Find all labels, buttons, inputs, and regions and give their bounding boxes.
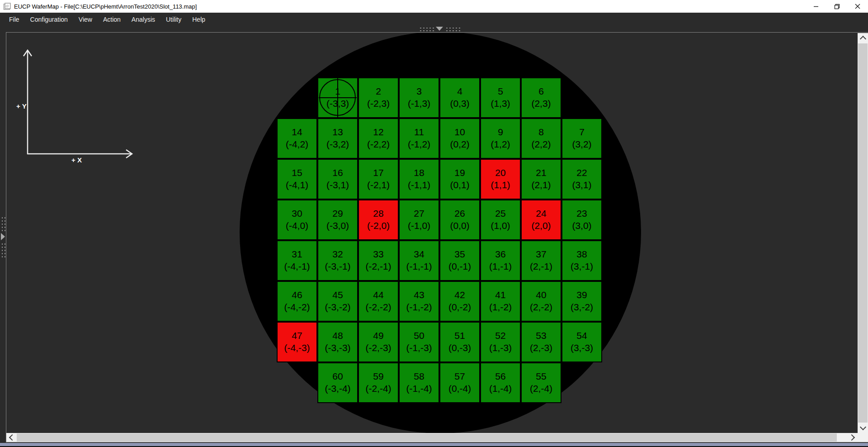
minimize-button[interactable] (806, 0, 826, 13)
die-cell[interactable]: 57(0,-4) (439, 362, 480, 403)
menu-item-utility[interactable]: Utility (160, 13, 187, 26)
die-cell[interactable]: 13(-3,2) (317, 118, 358, 159)
die-coordinates: (-1,-2) (406, 301, 432, 313)
die-cell[interactable]: 9(1,2) (480, 118, 521, 159)
die-cell[interactable]: 28(-2,0) (358, 200, 399, 240)
die-cell[interactable]: 45(-3,-2) (317, 281, 358, 322)
die-cell[interactable]: 24(2,0) (521, 200, 561, 240)
die-number: 55 (536, 370, 546, 382)
die-cell[interactable]: 53(2,-3) (521, 322, 561, 362)
die-number: 35 (454, 248, 465, 260)
die-cell[interactable]: 59(-2,-4) (358, 362, 399, 403)
die-cell[interactable]: 49(-2,-3) (358, 322, 399, 362)
die-cell[interactable]: 12(-2,2) (358, 118, 399, 159)
die-number: 50 (414, 329, 424, 342)
top-splitter-handle[interactable] (418, 26, 461, 32)
die-cell[interactable]: 56(1,-4) (480, 362, 521, 403)
die-coordinates: (-3,2) (326, 138, 349, 150)
die-number: 11 (414, 126, 424, 138)
die-cell[interactable]: 29(-3,0) (317, 200, 358, 240)
scroll-down-button[interactable] (858, 423, 868, 433)
die-coordinates: (0,-4) (448, 382, 471, 395)
die-cell[interactable]: 10(0,2) (439, 118, 480, 159)
die-cell[interactable]: 51(0,-3) (439, 322, 480, 362)
die-cell[interactable]: 47(-4,-3) (277, 322, 317, 362)
die-cell[interactable]: 19(0,1) (439, 159, 480, 200)
die-coordinates: (-1,1) (408, 179, 430, 191)
die-cell[interactable]: 17(-2,1) (358, 159, 399, 200)
die-cell[interactable]: 48(-3,-3) (317, 322, 358, 362)
die-cell[interactable]: 41(1,-2) (480, 281, 521, 322)
menu-item-action[interactable]: Action (98, 13, 126, 26)
die-cell[interactable]: 6(2,3) (521, 77, 561, 118)
die-cell[interactable]: 25(1,0) (480, 200, 521, 240)
menu-item-file[interactable]: File (4, 13, 25, 26)
die-cell[interactable]: 1(-3,3) (317, 77, 358, 118)
scroll-up-button[interactable] (858, 33, 868, 43)
die-cell[interactable]: 3(-1,3) (399, 77, 439, 118)
die-cell[interactable]: 16(-3,1) (317, 159, 358, 200)
die-cell[interactable]: 30(-4,0) (277, 200, 317, 240)
die-cell[interactable]: 54(3,-3) (561, 322, 602, 362)
horizontal-scrollbar-thumb[interactable] (17, 433, 837, 442)
axis-y-label: + Y (16, 102, 27, 110)
die-cell[interactable]: 33(-2,-1) (358, 240, 399, 281)
die-number: 32 (332, 248, 343, 260)
die-cell[interactable]: 26(0,0) (439, 200, 480, 240)
vertical-scrollbar-thumb[interactable] (858, 43, 868, 423)
die-cell[interactable]: 40(2,-2) (521, 281, 561, 322)
restore-button[interactable] (826, 0, 847, 13)
die-cell[interactable]: 37(2,-1) (521, 240, 561, 281)
die-coordinates: (-3,0) (326, 219, 349, 232)
die-cell[interactable]: 55(2,-4) (521, 362, 561, 403)
die-cell[interactable]: 4(0,3) (439, 77, 480, 118)
die-cell[interactable]: 43(-1,-2) (399, 281, 439, 322)
menu-item-help[interactable]: Help (187, 13, 211, 26)
die-cell[interactable]: 46(-4,-2) (277, 281, 317, 322)
die-number: 4 (457, 85, 462, 97)
die-cell[interactable]: 2(-2,3) (358, 77, 399, 118)
die-cell[interactable]: 8(2,2) (521, 118, 561, 159)
die-cell[interactable]: 21(2,1) (521, 159, 561, 200)
die-cell[interactable]: 22(3,1) (561, 159, 602, 200)
die-cell[interactable]: 31(-4,-1) (277, 240, 317, 281)
die-number: 37 (536, 248, 546, 260)
die-cell[interactable]: 38(3,-1) (561, 240, 602, 281)
menu-item-analysis[interactable]: Analysis (126, 13, 160, 26)
die-cell[interactable]: 18(-1,1) (399, 159, 439, 200)
die-cell[interactable]: 58(-1,-4) (399, 362, 439, 403)
die-cell[interactable]: 27(-1,0) (399, 200, 439, 240)
die-number: 34 (414, 248, 424, 260)
menu-item-configuration[interactable]: Configuration (25, 13, 73, 26)
die-cell[interactable]: 7(3,2) (561, 118, 602, 159)
die-number: 52 (495, 329, 505, 342)
scroll-left-button[interactable] (6, 433, 17, 442)
left-splitter-handle[interactable] (0, 216, 6, 257)
horizontal-scrollbar[interactable] (6, 433, 858, 442)
die-cell[interactable]: 15(-4,1) (277, 159, 317, 200)
die-coordinates: (3,1) (572, 179, 591, 191)
die-cell[interactable]: 32(-3,-1) (317, 240, 358, 281)
die-cell[interactable]: 20(1,1) (480, 159, 521, 200)
close-button[interactable] (847, 0, 868, 13)
scroll-right-button[interactable] (847, 433, 858, 442)
die-cell[interactable]: 11(-1,2) (399, 118, 439, 159)
die-cell[interactable]: 60(-3,-4) (317, 362, 358, 403)
taskbar-edge (0, 443, 868, 446)
vertical-scrollbar[interactable] (858, 33, 868, 442)
die-cell[interactable]: 52(1,-3) (480, 322, 521, 362)
die-cell[interactable]: 39(3,-2) (561, 281, 602, 322)
close-icon (855, 4, 860, 9)
die-cell[interactable]: 42(0,-2) (439, 281, 480, 322)
die-cell[interactable]: 44(-2,-2) (358, 281, 399, 322)
die-cell[interactable]: 5(1,3) (480, 77, 521, 118)
die-cell[interactable]: 50(-1,-3) (399, 322, 439, 362)
die-cell[interactable]: 36(1,-1) (480, 240, 521, 281)
menu-item-view[interactable]: View (73, 13, 98, 26)
die-cell[interactable]: 23(3,0) (561, 200, 602, 240)
die-cell[interactable]: 35(0,-1) (439, 240, 480, 281)
die-cell[interactable]: 14(-4,2) (277, 118, 317, 159)
die-number: 27 (414, 207, 424, 219)
die-cell[interactable]: 34(-1,-1) (399, 240, 439, 281)
die-number: 58 (414, 370, 424, 382)
